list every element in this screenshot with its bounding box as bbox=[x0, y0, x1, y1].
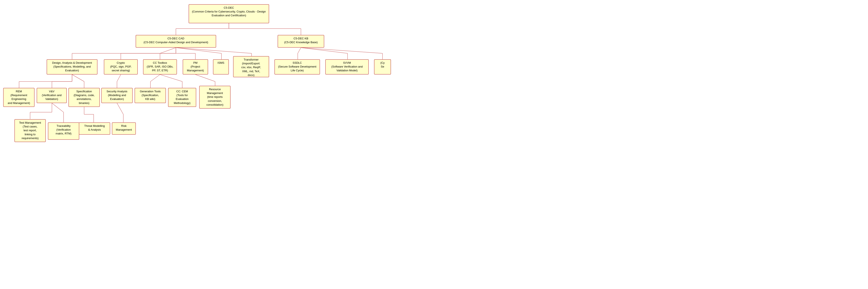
svg-line-39 bbox=[160, 74, 182, 82]
svg-line-17 bbox=[176, 47, 221, 53]
svg-line-33 bbox=[72, 74, 84, 82]
svg-line-46 bbox=[52, 103, 64, 112]
diagram-container: C5-DEC (Common Criteria for Cybersecurit… bbox=[0, 0, 868, 289]
node-vv: V&V(Verification andValidation) bbox=[37, 88, 67, 103]
node-cad: C5-DEC CAD(C5-DEC Computer-Aided Design … bbox=[135, 35, 216, 47]
node-crypto: Crypto(PQC, sign, PGP,secret sharing) bbox=[104, 59, 138, 74]
node-pm: PM(ProjectManagement) bbox=[183, 59, 208, 74]
node-cctoolbox: CC Toolbox(SFR, SAR, ISO DBs,PP, ST, ETR… bbox=[143, 59, 177, 74]
node-root: C5-DEC (Common Criteria for Cybersecurit… bbox=[189, 4, 269, 23]
svg-line-21 bbox=[298, 47, 301, 53]
svg-line-37 bbox=[151, 74, 160, 82]
node-dad: Design, Analysis & Development(Specifica… bbox=[46, 59, 97, 74]
svg-line-41 bbox=[195, 74, 215, 82]
node-svvm: SVVM(Software Verification andValidation… bbox=[325, 59, 369, 74]
node-spec: Specification(Diagrams, code,annotations… bbox=[68, 88, 100, 107]
node-secanalysis: Security Analysis(Modelling andEvaluatio… bbox=[101, 88, 133, 103]
svg-line-51 bbox=[117, 103, 123, 114]
svg-line-25 bbox=[301, 47, 382, 53]
node-kb: C5-DEC KB(C5-DEC Knowledge Base) bbox=[278, 35, 324, 47]
node-ssdlc: SSDLC(Secure Software DevelopmentLife Cy… bbox=[274, 59, 320, 74]
node-isms: ISMS bbox=[213, 59, 229, 74]
node-resmanagement: ResourceManagement(time reportsconversio… bbox=[199, 86, 230, 108]
svg-line-19 bbox=[176, 47, 252, 53]
node-testmgmt: Test Management(Test cases,test report,l… bbox=[14, 119, 46, 142]
svg-line-23 bbox=[301, 47, 347, 53]
svg-line-12 bbox=[160, 47, 176, 53]
node-traceability: Traceability(Verificationmatrix, RTM) bbox=[48, 122, 79, 140]
node-threatmodelling: Threat Modelling& Analysis bbox=[79, 122, 110, 135]
connectors-svg bbox=[0, 0, 868, 289]
node-risk: RiskManagement bbox=[112, 122, 136, 135]
node-gentools: Generation Tools(Specificaiton,KB wiki) bbox=[134, 88, 166, 103]
node-rem: REM(RequirementEngineeringand Management… bbox=[3, 88, 35, 107]
svg-line-35 bbox=[117, 74, 121, 82]
node-cyber: (CySe bbox=[374, 59, 391, 74]
node-ccem: CC: CEM(Tools forEvaluationMethodology) bbox=[168, 88, 196, 107]
node-transformer: Transformer(Import/Export:csv, xlsx, Req… bbox=[233, 56, 269, 77]
